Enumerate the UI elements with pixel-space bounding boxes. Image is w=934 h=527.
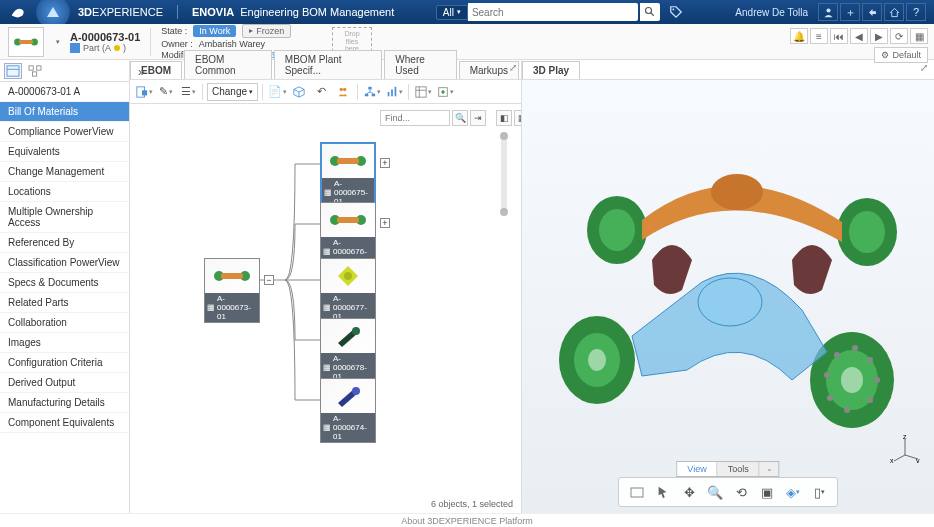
- chevron-down-icon[interactable]: ⌄: [760, 462, 779, 476]
- tabs-more-icon[interactable]: »: [134, 65, 149, 79]
- state-badge[interactable]: In Work: [193, 25, 236, 37]
- svg-point-54: [827, 395, 833, 401]
- tab-tools[interactable]: Tools: [718, 462, 760, 476]
- nav-prev-icon[interactable]: ◀: [850, 28, 868, 44]
- svg-rect-9: [29, 65, 33, 69]
- sidebar-item[interactable]: Configuration Criteria: [0, 353, 129, 373]
- sidebar-item[interactable]: Bill Of Materials: [0, 102, 129, 122]
- home-icon[interactable]: [884, 3, 904, 21]
- vp-rotate-icon[interactable]: ⟲: [731, 482, 751, 502]
- bom-graph[interactable]: 🔍 ⇥ ◧ ▦ ▤ ▦A-000067: [130, 104, 521, 513]
- right-panel: 3D Play ⤢: [522, 60, 934, 513]
- sidebar-item[interactable]: Change Management: [0, 162, 129, 182]
- svg-point-49: [698, 278, 762, 326]
- change-dropdown[interactable]: Change▾: [207, 83, 258, 101]
- svg-point-52: [867, 397, 873, 403]
- footer[interactable]: About 3DEXPERIENCE Platform: [0, 513, 934, 527]
- sidebar-item[interactable]: Compliance PowerView: [0, 122, 129, 142]
- axis-gizmo-icon[interactable]: z y x: [890, 433, 920, 463]
- sidebar-item[interactable]: Manufacturing Details: [0, 393, 129, 413]
- vp-pan-icon[interactable]: ✥: [679, 482, 699, 502]
- notify-icon[interactable]: 🔔: [790, 28, 808, 44]
- svg-text:z: z: [903, 433, 907, 440]
- vp-view-icon[interactable]: [627, 482, 647, 502]
- sidebar-item[interactable]: Equivalents: [0, 142, 129, 162]
- undo-icon[interactable]: ↶: [311, 83, 331, 101]
- tree-view-icon[interactable]: [26, 63, 44, 79]
- frozen-badge[interactable]: ▸Frozen: [242, 24, 291, 38]
- edit-dropdown[interactable]: ✎: [156, 83, 176, 101]
- details-view-icon[interactable]: [4, 63, 22, 79]
- sidebar-item[interactable]: Collaboration: [0, 313, 129, 333]
- reports-dropdown[interactable]: 📄: [267, 83, 287, 101]
- vp-display-dropdown[interactable]: ◈▾: [783, 482, 803, 502]
- share-icon[interactable]: [862, 3, 882, 21]
- people-icon[interactable]: [333, 83, 353, 101]
- item-thumbnail[interactable]: [8, 27, 44, 57]
- svg-line-1: [651, 13, 654, 16]
- new-dropdown[interactable]: [134, 83, 154, 101]
- structure-dropdown[interactable]: [362, 83, 382, 101]
- sidebar-item[interactable]: Locations: [0, 182, 129, 202]
- expand-icon[interactable]: ⤢: [509, 62, 517, 73]
- expand-icon[interactable]: +: [380, 158, 390, 168]
- expand-icon[interactable]: +: [380, 218, 390, 228]
- viewport-3d[interactable]: View Tools ⌄ ✥ 🔍 ⟲ ▣ ◈▾ ▯▾ z y x: [522, 80, 934, 513]
- table-dropdown[interactable]: [413, 83, 433, 101]
- sidebar-item[interactable]: Images: [0, 333, 129, 353]
- vp-zoom-icon[interactable]: 🔍: [705, 482, 725, 502]
- svg-point-55: [824, 372, 830, 378]
- vp-pointer-icon[interactable]: [653, 482, 673, 502]
- sidebar-item[interactable]: Classification PowerView: [0, 253, 129, 273]
- add-icon[interactable]: ＋: [840, 3, 860, 21]
- graph-node[interactable]: ▦A-0000677-01: [320, 258, 376, 323]
- graph-node-root[interactable]: ▦A-0000673-01: [204, 258, 260, 323]
- sidebar-item[interactable]: Component Equivalents: [0, 413, 129, 433]
- list-icon[interactable]: ≡: [810, 28, 828, 44]
- search-icon[interactable]: [640, 3, 660, 21]
- cube-icon[interactable]: [289, 83, 309, 101]
- sidebar-item[interactable]: Derived Output: [0, 373, 129, 393]
- export-dropdown[interactable]: [435, 83, 455, 101]
- nav-first-icon[interactable]: ⏮: [830, 28, 848, 44]
- search-input[interactable]: [468, 3, 638, 21]
- vp-layers-dropdown[interactable]: ▯▾: [809, 482, 829, 502]
- graph-node[interactable]: ▦A-0000674-01: [320, 378, 376, 443]
- search-scope-dropdown[interactable]: All▾: [436, 5, 468, 20]
- graph-node[interactable]: ▦A-0000675-01: [320, 142, 376, 209]
- graph-node[interactable]: ▦A-0000678-01: [320, 318, 376, 383]
- tab[interactable]: EBOM Common: [184, 50, 272, 79]
- tab[interactable]: MBOM Plant Specif...: [274, 50, 382, 79]
- tab-view[interactable]: View: [677, 462, 717, 476]
- viewport-mode-tabs: View Tools ⌄: [676, 461, 779, 477]
- user-icon[interactable]: [818, 3, 838, 21]
- svg-rect-58: [631, 488, 643, 497]
- help-icon[interactable]: ?: [906, 3, 926, 21]
- sidebar-item[interactable]: A-0000673-01 A: [0, 82, 129, 102]
- chevron-down-icon[interactable]: ▾: [56, 38, 60, 46]
- sidebar-item[interactable]: Related Parts: [0, 293, 129, 313]
- sidebar-item[interactable]: Referenced By: [0, 233, 129, 253]
- viewport-toolbar: ✥ 🔍 ⟲ ▣ ◈▾ ▯▾: [618, 477, 838, 507]
- tab[interactable]: Where Used: [384, 50, 456, 79]
- chart-dropdown[interactable]: [384, 83, 404, 101]
- svg-rect-28: [221, 273, 243, 279]
- svg-rect-20: [391, 89, 393, 96]
- sidebar-item[interactable]: Multiple Ownership Access: [0, 202, 129, 233]
- tag-icon[interactable]: [666, 3, 686, 21]
- tab-3dplay[interactable]: 3D Play: [522, 61, 580, 79]
- nav-next-icon[interactable]: ▶: [870, 28, 888, 44]
- svg-rect-19: [387, 92, 389, 96]
- vp-fit-icon[interactable]: ▣: [757, 482, 777, 502]
- current-user[interactable]: Andrew De Tolla: [735, 7, 808, 18]
- layout-icon[interactable]: ▦: [910, 28, 928, 44]
- svg-point-3: [826, 8, 830, 12]
- collapse-icon[interactable]: −: [264, 275, 274, 285]
- expand-icon[interactable]: ⤢: [920, 62, 928, 73]
- svg-point-48: [841, 367, 863, 393]
- document-icon: ▦: [324, 188, 332, 197]
- sidebar-item[interactable]: Specs & Documents: [0, 273, 129, 293]
- refresh-icon[interactable]: ⟳: [890, 28, 908, 44]
- svg-rect-16: [368, 86, 371, 89]
- insert-dropdown[interactable]: ☰: [178, 83, 198, 101]
